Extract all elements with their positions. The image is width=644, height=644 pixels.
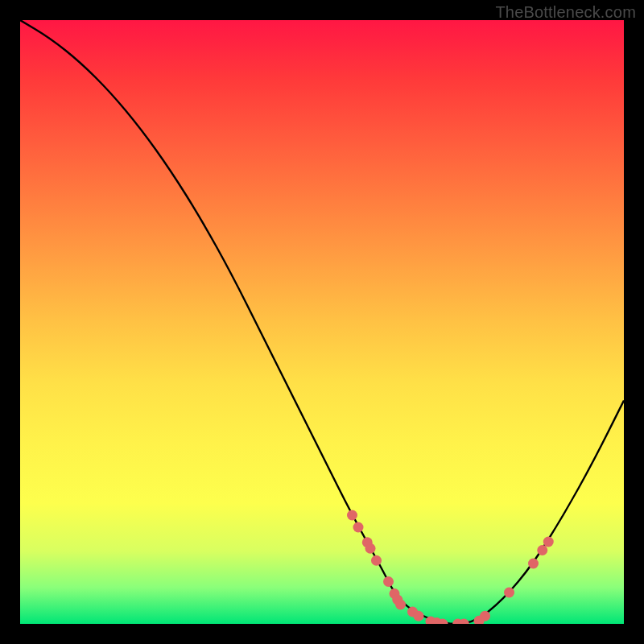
data-marker — [365, 543, 376, 554]
data-marker — [537, 545, 547, 555]
data-marker — [383, 576, 394, 587]
curve-layer — [20, 20, 624, 624]
bottleneck-curve — [20, 20, 624, 624]
data-marker — [528, 559, 539, 569]
chart-container: TheBottleneck.com — [0, 0, 644, 644]
data-marker — [414, 611, 424, 621]
data-marker — [543, 537, 554, 547]
plot-area — [20, 20, 624, 624]
data-marker — [480, 611, 490, 621]
data-marker — [353, 522, 364, 533]
attribution-text: TheBottleneck.com — [495, 3, 636, 22]
chart-svg — [20, 20, 624, 624]
data-marker — [371, 555, 382, 566]
markers-layer — [347, 510, 554, 625]
data-marker — [504, 588, 514, 598]
data-marker — [347, 510, 357, 521]
data-marker — [395, 600, 406, 610]
